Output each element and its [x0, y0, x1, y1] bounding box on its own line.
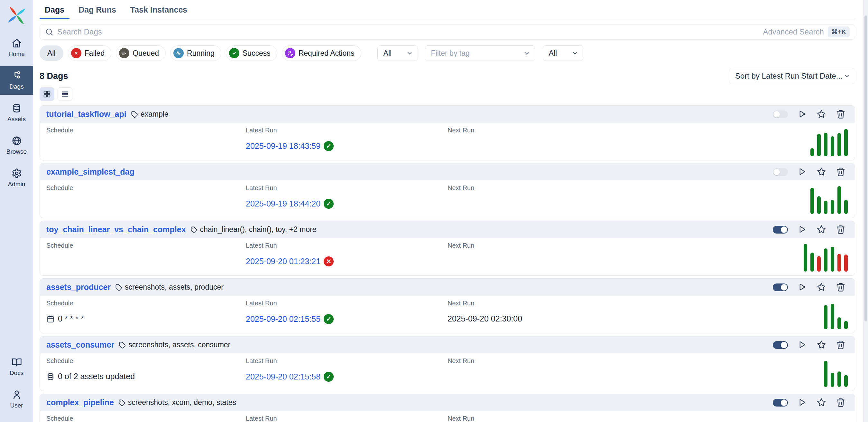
- sidebar-item-home[interactable]: Home: [0, 33, 33, 62]
- filter-chip-queued[interactable]: Queued: [116, 46, 166, 61]
- trigger-dag-button[interactable]: [797, 340, 807, 350]
- favorite-dag-button[interactable]: [816, 397, 827, 408]
- tab-task-instances[interactable]: Task Instances: [125, 0, 192, 19]
- run-bar[interactable]: [810, 188, 814, 214]
- sidebar-item-browse[interactable]: Browse: [0, 131, 33, 160]
- dag-name-link[interactable]: assets_producer: [46, 283, 111, 292]
- dag-pause-toggle[interactable]: [773, 341, 788, 349]
- dag-card-header: complex_pipeline screenshots, xcom, demo…: [40, 394, 855, 411]
- sidebar-item-assets[interactable]: Assets: [0, 99, 33, 127]
- filter-chip-running[interactable]: Running: [170, 46, 221, 61]
- sidebar-item-dags[interactable]: Dags: [0, 66, 33, 95]
- dag-pause-toggle[interactable]: [773, 399, 788, 406]
- delete-dag-button[interactable]: [836, 225, 846, 235]
- run-bar[interactable]: [817, 256, 821, 272]
- run-bar[interactable]: [844, 375, 848, 387]
- dag-name-link[interactable]: assets_consumer: [46, 340, 114, 349]
- run-bar[interactable]: [844, 321, 848, 329]
- delete-dag-button[interactable]: [836, 167, 846, 177]
- delete-dag-button[interactable]: [836, 282, 846, 292]
- recent-runs-chart[interactable]: [810, 126, 848, 156]
- tab-dags[interactable]: Dags: [39, 0, 69, 19]
- latest-run-link[interactable]: 2025-09-20 02:15:55: [246, 314, 320, 324]
- airflow-logo[interactable]: [6, 5, 27, 26]
- run-bar[interactable]: [824, 305, 828, 329]
- scrollbar-thumb[interactable]: [864, 16, 867, 321]
- run-bar[interactable]: [837, 133, 841, 156]
- favorite-dag-button[interactable]: [816, 225, 827, 235]
- filter-chip-failed[interactable]: Failed: [68, 46, 112, 61]
- run-bar[interactable]: [831, 304, 834, 329]
- latest-run-link[interactable]: 2025-09-19 18:43:59: [246, 141, 320, 151]
- filter-chip-required-actions[interactable]: Required Actions: [282, 46, 361, 61]
- sidebar-item-docs[interactable]: Docs: [0, 353, 33, 381]
- state-select[interactable]: All: [377, 46, 418, 61]
- filter-chip-success[interactable]: Success: [226, 46, 277, 61]
- run-bar[interactable]: [824, 248, 828, 272]
- trigger-dag-button[interactable]: [797, 282, 807, 292]
- dag-name-link[interactable]: toy_chain_linear_vs_chain_complex: [46, 225, 186, 234]
- dag-pause-toggle[interactable]: [773, 111, 788, 118]
- recent-runs-chart[interactable]: [824, 415, 848, 422]
- trigger-dag-button[interactable]: [797, 167, 807, 177]
- dag-name-link[interactable]: tutorial_taskflow_api: [46, 110, 126, 119]
- advanced-search-link[interactable]: Advanced Search: [763, 27, 824, 36]
- tag-filter-select[interactable]: Filter by tag: [425, 46, 535, 61]
- dag-card: assets_consumer screenshots, assets, con…: [39, 336, 855, 391]
- run-bar[interactable]: [831, 136, 834, 156]
- favorite-dag-button[interactable]: [816, 282, 827, 292]
- run-bar[interactable]: [844, 200, 848, 214]
- delete-dag-button[interactable]: [836, 397, 846, 408]
- sidebar-item-admin[interactable]: Admin: [0, 164, 33, 192]
- run-bar[interactable]: [837, 317, 841, 329]
- run-bar[interactable]: [837, 254, 841, 272]
- delete-dag-button[interactable]: [836, 109, 846, 119]
- run-bar[interactable]: [844, 254, 848, 272]
- dag-card-body: Schedule Latest Run Next Run: [40, 411, 855, 422]
- trigger-dag-button[interactable]: [797, 225, 807, 235]
- run-bar[interactable]: [837, 186, 841, 214]
- latest-run-link[interactable]: 2025-09-20 01:23:21: [246, 257, 320, 266]
- dag-name-link[interactable]: complex_pipeline: [46, 398, 114, 407]
- dag-pause-toggle[interactable]: [773, 283, 788, 291]
- favorite-dag-button[interactable]: [816, 340, 827, 350]
- dag-name-link[interactable]: example_simplest_dag: [46, 167, 134, 176]
- sidebar-item-user[interactable]: User: [0, 385, 33, 414]
- dag-pause-toggle[interactable]: [773, 226, 788, 233]
- trash-icon: [836, 225, 845, 234]
- play-icon: [797, 167, 807, 176]
- run-bar[interactable]: [824, 201, 828, 214]
- recent-runs-chart[interactable]: [810, 184, 848, 214]
- dag-pause-toggle[interactable]: [773, 168, 788, 176]
- grid-view-button[interactable]: [39, 87, 54, 101]
- run-bar[interactable]: [831, 373, 834, 387]
- recent-runs-chart[interactable]: [824, 357, 848, 387]
- run-bar[interactable]: [844, 129, 848, 156]
- run-bar[interactable]: [817, 196, 821, 214]
- delete-dag-button[interactable]: [836, 340, 846, 350]
- recent-runs-chart[interactable]: [824, 300, 848, 329]
- run-bar[interactable]: [824, 133, 828, 156]
- run-bar[interactable]: [831, 247, 834, 272]
- run-bar[interactable]: [817, 134, 821, 156]
- run-bar[interactable]: [810, 253, 814, 272]
- tab-dag-runs[interactable]: Dag Runs: [73, 0, 121, 19]
- run-bar[interactable]: [804, 244, 807, 272]
- trigger-dag-button[interactable]: [797, 109, 807, 119]
- sort-select[interactable]: Sort by Latest Run Start Date...: [729, 68, 855, 84]
- dag-count: 8 Dags: [39, 71, 68, 81]
- latest-run-link[interactable]: 2025-09-19 18:44:20: [246, 199, 320, 208]
- latest-run-link[interactable]: 2025-09-20 02:15:58: [246, 372, 320, 382]
- run-bar[interactable]: [810, 148, 814, 156]
- favorite-dag-button[interactable]: [816, 109, 827, 119]
- search-input[interactable]: [57, 27, 759, 36]
- favorite-dag-button[interactable]: [816, 167, 827, 177]
- run-bar[interactable]: [824, 361, 828, 387]
- run-bar[interactable]: [837, 371, 841, 387]
- favorite-filter-select[interactable]: All: [543, 46, 583, 61]
- recent-runs-chart[interactable]: [804, 242, 848, 272]
- run-bar[interactable]: [831, 200, 834, 214]
- list-view-button[interactable]: [58, 87, 72, 101]
- trigger-dag-button[interactable]: [797, 397, 807, 408]
- filter-chip-all[interactable]: All: [39, 46, 63, 61]
